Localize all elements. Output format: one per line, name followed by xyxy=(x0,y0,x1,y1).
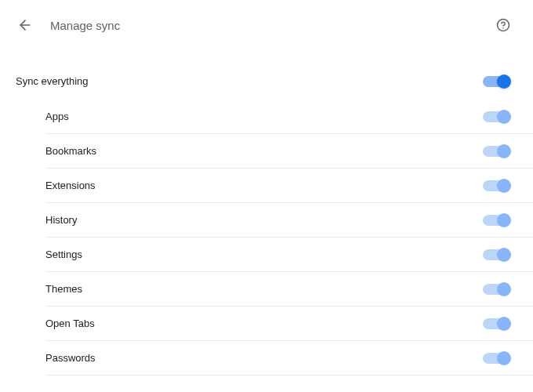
sync-item-passwords: Passwords xyxy=(45,341,533,376)
help-icon xyxy=(496,18,510,32)
arrow-left-icon xyxy=(17,17,33,33)
sync-item-toggle-themes[interactable] xyxy=(483,284,509,295)
sync-item-label: Bookmarks xyxy=(45,145,483,157)
sync-item-settings: Settings xyxy=(45,238,533,272)
toggle-knob xyxy=(497,248,511,262)
sync-item-history: History xyxy=(45,203,533,238)
sync-item-label: Themes xyxy=(45,283,483,295)
help-button[interactable] xyxy=(495,17,511,33)
sync-item-label: Open Tabs xyxy=(45,318,483,329)
sync-item-apps: Apps xyxy=(45,100,533,134)
sync-item-open-tabs: Open Tabs xyxy=(45,307,533,341)
toggle-knob xyxy=(497,144,511,158)
toggle-knob xyxy=(497,317,511,331)
sync-item-extensions: Extensions xyxy=(45,169,533,203)
back-button[interactable] xyxy=(16,16,34,34)
toggle-knob xyxy=(497,179,511,193)
sync-item-themes: Themes xyxy=(45,272,533,307)
sync-items-list: Apps Bookmarks Extensions History Settin… xyxy=(0,100,533,376)
sync-item-label: History xyxy=(45,214,483,226)
sync-item-toggle-apps[interactable] xyxy=(483,111,509,122)
toggle-knob xyxy=(497,282,511,296)
sync-everything-toggle[interactable] xyxy=(483,76,509,87)
sync-item-bookmarks: Bookmarks xyxy=(45,134,533,169)
sync-item-toggle-settings[interactable] xyxy=(483,249,509,260)
sync-everything-row: Sync everything xyxy=(0,63,533,100)
sync-item-toggle-passwords[interactable] xyxy=(483,353,509,364)
toggle-knob xyxy=(497,74,511,89)
sync-everything-label: Sync everything xyxy=(16,75,483,87)
page-title: Manage sync xyxy=(50,19,495,32)
sync-item-label: Extensions xyxy=(45,180,483,191)
sync-item-label: Settings xyxy=(45,249,483,260)
toggle-knob xyxy=(497,110,511,124)
sync-item-toggle-extensions[interactable] xyxy=(483,180,509,191)
sync-item-label: Passwords xyxy=(45,352,483,364)
sync-item-label: Apps xyxy=(45,111,483,122)
toggle-knob xyxy=(497,351,511,365)
sync-item-toggle-open-tabs[interactable] xyxy=(483,318,509,329)
sync-item-toggle-bookmarks[interactable] xyxy=(483,146,509,157)
sync-item-toggle-history[interactable] xyxy=(483,215,509,226)
page-header: Manage sync xyxy=(0,0,533,47)
toggle-knob xyxy=(497,213,511,227)
